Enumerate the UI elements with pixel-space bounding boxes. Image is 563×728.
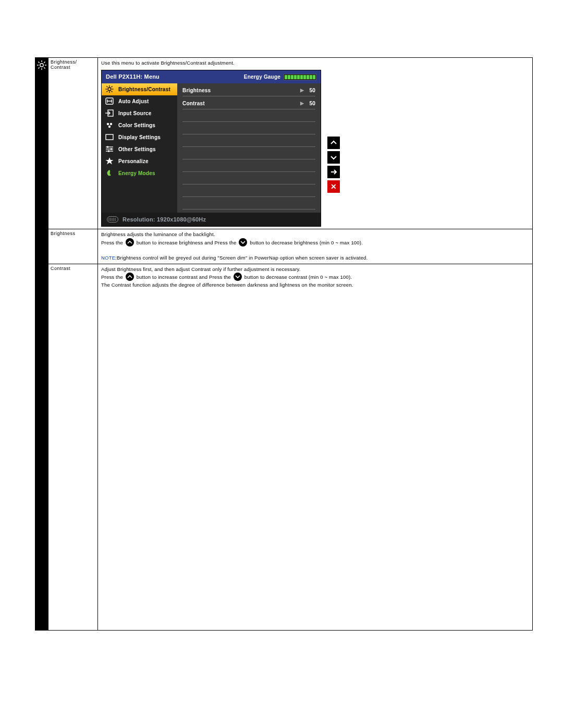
osd-resolution: Resolution: 1920x1080@60Hz xyxy=(123,215,206,224)
color-settings-icon xyxy=(105,121,114,129)
contrast-press-1: Press the xyxy=(101,274,125,280)
energy-gauge-label: Energy Gauge xyxy=(244,73,280,81)
osd-value-empty xyxy=(182,197,315,209)
osd-menu-label: Personalize xyxy=(118,157,149,165)
auto-adjust-icon xyxy=(105,97,114,105)
osd-menu-label: Energy Modes xyxy=(118,169,155,177)
energy-gauge-bars xyxy=(284,74,316,80)
osd-button-up[interactable] xyxy=(327,137,340,149)
row-desc-contrast: Adjust Brightness first, and then adjust… xyxy=(98,264,533,631)
osd-menu-label: Other Settings xyxy=(118,145,156,153)
osd-menu: Brightness/ContrastAuto AdjustInput Sour… xyxy=(102,83,177,213)
brightness-after-up: button to increase brightness and Press … xyxy=(137,239,238,245)
row-label-brightness: Brightness xyxy=(48,229,98,264)
contrast-after-down: button to decrease contrast (min 0 ~ max… xyxy=(244,274,352,280)
chevron-down-icon xyxy=(330,154,337,161)
chevron-up-icon xyxy=(330,139,337,146)
svg-rect-31 xyxy=(111,149,112,150)
other-settings-icon xyxy=(105,145,114,153)
osd-value-number: 50 xyxy=(309,100,315,107)
brightness-after-down: button to decrease brightness (min 0 ~ m… xyxy=(250,239,363,245)
osd-value-empty xyxy=(182,134,315,147)
osd-menu-label: Display Settings xyxy=(118,133,161,141)
osd-value-label: Contrast xyxy=(182,100,300,107)
osd-values: Brightness▶50Contrast▶50 xyxy=(177,83,321,213)
svg-marker-33 xyxy=(106,157,114,165)
svg-line-16 xyxy=(112,91,113,92)
energy-modes-icon xyxy=(105,169,114,177)
contrast-line3: The Contrast function adjusts the degree… xyxy=(101,282,353,288)
inline-up-icon xyxy=(126,273,134,281)
osd-value-empty xyxy=(182,122,315,134)
osd-menu-brightness-contrast[interactable]: Brightness/Contrast xyxy=(102,83,177,95)
osd-footer: Resolution: 1920x1080@60Hz xyxy=(102,213,321,227)
svg-rect-32 xyxy=(108,151,109,152)
osd-menu-display-settings[interactable]: Display Settings xyxy=(102,131,177,143)
brightness-press-1: Press the xyxy=(101,239,125,245)
row-desc-brightness: Brightness adjusts the luminance of the … xyxy=(98,229,533,264)
svg-line-18 xyxy=(112,87,113,88)
osd-button-enter[interactable] xyxy=(327,166,340,178)
osd-title: Dell P2X11H: Menu xyxy=(106,72,160,81)
play-icon: ▶ xyxy=(300,87,304,94)
contrast-after-up: button to increase contrast and Press th… xyxy=(137,274,232,280)
display-settings-icon xyxy=(105,133,114,141)
osd-menu-label: Auto Adjust xyxy=(118,97,149,105)
osd-value-empty xyxy=(182,184,315,197)
osd-value-empty xyxy=(182,172,315,184)
svg-rect-30 xyxy=(107,146,108,148)
row-desc-brightness-contrast: Use this menu to activate Brightness/Con… xyxy=(98,58,533,229)
osd-value-label: Brightness xyxy=(182,87,300,94)
svg-line-17 xyxy=(107,91,108,92)
brightness-icon xyxy=(36,60,47,70)
resolution-icon xyxy=(107,216,118,223)
close-icon: ✕ xyxy=(331,181,337,192)
brightness-contrast-icon xyxy=(105,85,114,93)
osd-value-contrast[interactable]: Contrast▶50 xyxy=(182,96,315,109)
input-source-icon xyxy=(105,109,114,117)
play-icon: ▶ xyxy=(300,100,304,107)
osd-menu-label: Color Settings xyxy=(118,121,155,129)
contrast-line1: Adjust Brightness first, and then adjust… xyxy=(101,266,301,272)
osd-header: Dell P2X11H: Menu Energy Gauge xyxy=(102,70,321,83)
row-label-contrast: Contrast xyxy=(48,264,98,631)
osd-side-buttons: ✕ xyxy=(327,137,340,195)
osd-menu-auto-adjust[interactable]: Auto Adjust xyxy=(102,95,177,107)
row-label-brightness-contrast: Brightness/ Contrast xyxy=(48,58,98,229)
svg-rect-26 xyxy=(106,134,113,140)
note-text: Brightness control will be greyed out du… xyxy=(117,255,368,261)
inline-up-icon xyxy=(126,238,134,246)
svg-point-24 xyxy=(110,123,112,125)
personalize-icon xyxy=(105,157,114,165)
osd-menu-label: Input Source xyxy=(118,109,152,117)
inline-down-icon xyxy=(239,238,247,246)
osd-value-empty xyxy=(182,159,315,172)
inline-down-icon xyxy=(234,273,242,281)
osd-menu-label: Brightness/Contrast xyxy=(118,85,170,93)
energy-gauge: Energy Gauge xyxy=(244,73,316,81)
svg-point-25 xyxy=(108,126,111,128)
brightness-line1: Brightness adjusts the luminance of the … xyxy=(101,231,215,237)
osd-button-down[interactable] xyxy=(327,151,340,164)
osd-value-empty xyxy=(182,147,315,159)
svg-point-10 xyxy=(108,88,111,91)
section-icon-cell xyxy=(35,58,48,631)
osd-menu-personalize[interactable]: Personalize xyxy=(102,155,177,167)
osd-button-close[interactable]: ✕ xyxy=(327,180,340,193)
arrow-right-icon xyxy=(330,168,337,176)
osd-value-number: 50 xyxy=(309,87,315,94)
osd-menu-input-source[interactable]: Input Source xyxy=(102,107,177,119)
osd-doc-table: Brightness/ Contrast Use this menu to ac… xyxy=(35,57,533,631)
osd-menu-color-settings[interactable]: Color Settings xyxy=(102,119,177,131)
osd-menu-other-settings[interactable]: Other Settings xyxy=(102,143,177,155)
osd-panel: Dell P2X11H: Menu Energy Gauge Brightnes… xyxy=(101,70,321,227)
svg-line-15 xyxy=(107,87,108,88)
svg-point-23 xyxy=(107,123,109,125)
intro-text: Use this menu to activate Brightness/Con… xyxy=(101,60,235,66)
osd-menu-energy-modes[interactable]: Energy Modes xyxy=(102,167,177,179)
osd-value-empty xyxy=(182,109,315,122)
osd-value-brightness[interactable]: Brightness▶50 xyxy=(182,83,315,96)
note-label: NOTE: xyxy=(101,255,117,261)
